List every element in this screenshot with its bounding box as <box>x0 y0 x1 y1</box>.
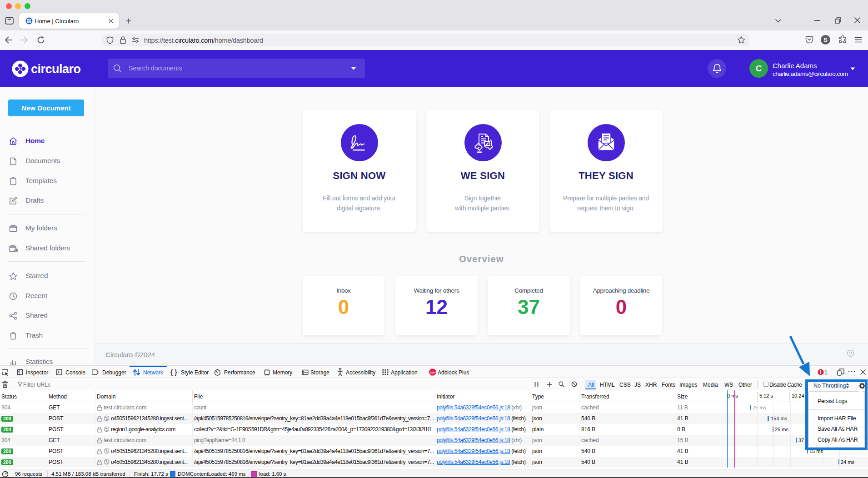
svg-text:ABP: ABP <box>430 371 436 374</box>
